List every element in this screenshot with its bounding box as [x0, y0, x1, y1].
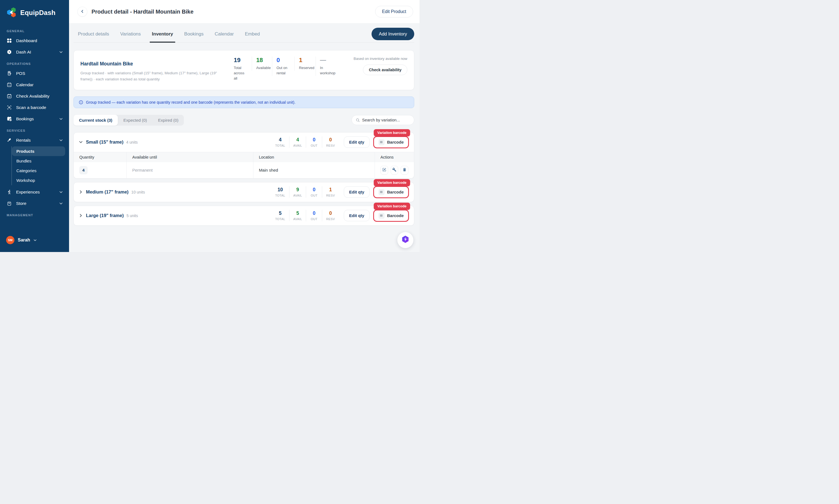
- tab-calendar[interactable]: Calendar: [214, 28, 234, 42]
- equipdash-logo-icon: [6, 7, 17, 19]
- calendar-check-icon: [6, 93, 12, 99]
- chevron-down-icon: [59, 201, 63, 205]
- expand-toggle-icon[interactable]: [79, 190, 85, 194]
- sidebar-item-label: Calendar: [16, 82, 34, 87]
- sidebar: EquipDash GENERAL Dashboard Dash AI: [0, 0, 69, 252]
- col-available-until: Available until: [126, 152, 253, 162]
- sidebar-item-label: Check Availability: [16, 94, 49, 99]
- stat-value: 19: [234, 57, 248, 64]
- experiences-hiker-icon: [6, 190, 12, 195]
- stat-label: Reserved: [299, 66, 311, 71]
- user-name: Sarah: [18, 238, 30, 242]
- tab-variations[interactable]: Variations: [120, 28, 141, 42]
- variation-units: 5 units: [126, 214, 138, 218]
- edit-record-button[interactable]: [380, 166, 388, 175]
- group-tracked-banner: Group tracked — each variation has one q…: [73, 96, 414, 108]
- tab-bookings[interactable]: Bookings: [183, 28, 204, 42]
- sidebar-item-bundles[interactable]: Bundles: [12, 156, 65, 166]
- user-menu[interactable]: SM Sarah: [0, 232, 69, 252]
- variation-stat-resv: 1RESV: [322, 186, 339, 198]
- page-title: Product detail - Hardtail Mountain Bike: [91, 8, 194, 15]
- sidebar-item-label: Experiences: [16, 190, 40, 195]
- dash-ai-icon: [6, 49, 12, 55]
- variation-name: Medium (17" frame): [86, 190, 129, 195]
- sidebar-item-dash-ai[interactable]: Dash AI: [0, 46, 69, 58]
- variation-units: 10 units: [131, 190, 145, 194]
- variation-stat-resv: 0RESV: [322, 210, 339, 221]
- summary-stats: 19 Total across all 18 Available 0 Out o…: [230, 57, 407, 83]
- section-label-operations: OPERATIONS: [0, 62, 69, 66]
- edit-product-button[interactable]: Edit Product: [375, 6, 413, 17]
- stock-table-row: 4 Permanent Main shed: [74, 162, 414, 178]
- content-area: Product details Variations Inventory Boo…: [69, 23, 420, 252]
- quantity-value: 4: [79, 166, 88, 174]
- sidebar-item-scan-barcode[interactable]: Scan a barcode: [0, 102, 69, 113]
- col-location: Location: [253, 152, 375, 162]
- stat-reserved: 1 Reserved: [294, 57, 316, 71]
- workshop-button[interactable]: [391, 166, 398, 175]
- search-input[interactable]: [362, 118, 410, 122]
- banner-text: Group tracked — each variation has one q…: [86, 100, 296, 105]
- avatar: SM: [6, 236, 14, 244]
- ai-assistant-button[interactable]: [397, 232, 413, 248]
- sidebar-item-calendar[interactable]: Calendar: [0, 79, 69, 90]
- info-icon: [79, 100, 83, 105]
- barcode-button[interactable]: Barcode: [373, 210, 409, 222]
- collapse-toggle-icon[interactable]: [79, 140, 85, 144]
- sidebar-item-label: POS: [16, 71, 25, 76]
- sidebar-item-workshop[interactable]: Workshop: [12, 176, 65, 185]
- variation-stat-total: 10TOTAL: [271, 186, 289, 198]
- stock-tab-expected[interactable]: Expected (0): [118, 115, 153, 126]
- trash-icon: [402, 167, 407, 173]
- barcode-button[interactable]: Barcode: [373, 186, 409, 198]
- product-summary-card: Hardtail Mountain Bike Group tracked · w…: [73, 50, 414, 90]
- barcode-button-label: Barcode: [387, 190, 404, 194]
- check-availability-button[interactable]: Check availability: [363, 65, 407, 75]
- stat-available: 18 Available: [252, 57, 272, 71]
- edit-qty-button[interactable]: Edit qty: [344, 186, 370, 198]
- variation-stat-avail: 9AVAIL: [289, 186, 306, 198]
- sidebar-item-store[interactable]: Store: [0, 198, 69, 209]
- search-icon: [356, 118, 360, 122]
- sidebar-item-rentals[interactable]: Rentals: [0, 134, 69, 146]
- expand-toggle-icon[interactable]: [79, 214, 85, 218]
- sidebar-item-bookings[interactable]: Bookings: [0, 113, 69, 125]
- variation-search[interactable]: [352, 115, 414, 125]
- add-inventory-button[interactable]: Add Inventory: [372, 28, 414, 40]
- stock-tab-expired[interactable]: Expired (0): [153, 115, 184, 126]
- variation-card-medium: Medium (17" frame) 10 units 10TOTAL 9AVA…: [73, 182, 414, 202]
- location-value: Main shed: [253, 162, 375, 178]
- tab-product-details[interactable]: Product details: [77, 28, 109, 42]
- variation-barcode-badge: Variation barcode: [374, 179, 410, 186]
- sidebar-item-dashboard[interactable]: Dashboard: [0, 35, 69, 46]
- edit-qty-button[interactable]: Edit qty: [344, 137, 370, 148]
- variation-stat-out: 0OUT: [306, 186, 322, 198]
- sidebar-item-experiences[interactable]: Experiences: [0, 186, 69, 198]
- stat-label: Available: [256, 66, 268, 71]
- tab-embed[interactable]: Embed: [244, 28, 260, 42]
- brand-logo[interactable]: EquipDash: [0, 0, 69, 25]
- back-button[interactable]: [77, 7, 87, 17]
- tab-inventory[interactable]: Inventory: [151, 28, 174, 42]
- row-actions: [375, 162, 414, 178]
- product-tracking-description: Group tracked · with variations (Small (…: [81, 70, 230, 83]
- barcode-button[interactable]: Barcode: [373, 136, 409, 148]
- sidebar-item-label: Scan a barcode: [16, 105, 46, 110]
- sidebar-item-products[interactable]: Products: [12, 146, 65, 156]
- sidebar-item-categories[interactable]: Categories: [12, 166, 65, 176]
- col-actions: Actions: [375, 152, 414, 162]
- chevron-down-icon: [59, 138, 63, 142]
- variation-card-small: Small (15" frame) 4 units 4TOTAL 4AVAIL …: [73, 132, 414, 179]
- delete-button[interactable]: [400, 166, 408, 175]
- edit-qty-button[interactable]: Edit qty: [344, 210, 370, 221]
- sidebar-item-check-availability[interactable]: Check Availability: [0, 90, 69, 102]
- stock-tab-current[interactable]: Current stock (3): [73, 115, 118, 126]
- rentals-submenu: Products Bundles Categories Workshop: [11, 146, 69, 185]
- chevron-left-icon: [81, 10, 84, 14]
- chevron-down-icon: [59, 50, 63, 54]
- variation-name: Large (19" frame): [86, 213, 124, 218]
- section-label-general: GENERAL: [0, 30, 69, 33]
- sidebar-item-pos[interactable]: POS: [0, 68, 69, 79]
- stock-tabs: Current stock (3) Expected (0) Expired (…: [73, 115, 184, 126]
- stat-value: 0: [276, 57, 290, 64]
